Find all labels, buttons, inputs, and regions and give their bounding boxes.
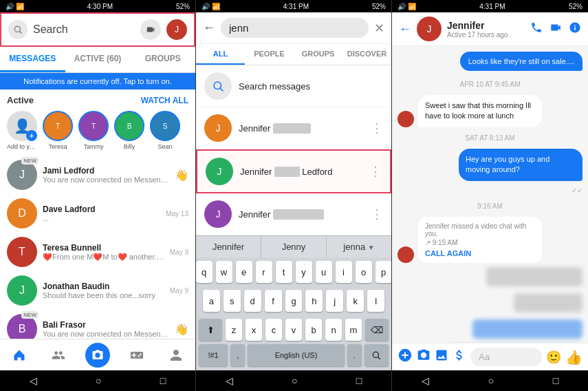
search-input-field[interactable] (221, 18, 369, 38)
search-input[interactable]: Search (33, 23, 135, 36)
back-button-chat[interactable]: ← (399, 22, 411, 36)
nav-profile[interactable] (156, 339, 195, 370)
key-q[interactable]: q (196, 261, 213, 283)
key-r[interactable]: r (256, 261, 272, 283)
video-call-icon[interactable] (140, 19, 161, 40)
list-item[interactable]: Search messages (196, 65, 391, 107)
msg-time: May 9 (170, 287, 188, 295)
list-item[interactable]: J Jennifer ████████ ⋮ (196, 193, 391, 235)
android-back-3[interactable]: ◁ (422, 375, 429, 386)
key-p[interactable]: p (375, 261, 392, 283)
result-name: Jennifer ██████ (239, 123, 364, 134)
story-teresa[interactable]: T Teresa (43, 111, 73, 150)
add-story-btn[interactable]: + (26, 130, 37, 141)
key-d[interactable]: d (244, 290, 261, 312)
add-content-button[interactable] (398, 348, 413, 366)
search-tab-discover[interactable]: DISCOVER (342, 44, 391, 65)
list-item[interactable]: J Jennifer ██████ ⋮ (196, 107, 391, 149)
comma-key[interactable]: , (230, 344, 245, 366)
gallery-button[interactable] (435, 348, 448, 366)
more-options-icon[interactable]: ⋮ (371, 207, 383, 222)
symbols-key[interactable]: !#1 (199, 344, 228, 366)
tab-messages[interactable]: MESSAGES (0, 47, 65, 72)
active-header: Active WATCH ALL (0, 89, 195, 108)
android-back-2[interactable]: ◁ (226, 375, 233, 386)
list-item[interactable]: B NEW Bali Frasor You are now connected … (0, 310, 195, 339)
nav-games[interactable] (117, 339, 156, 370)
back-button[interactable]: ← (203, 21, 215, 35)
key-n[interactable]: n (325, 319, 342, 341)
list-item[interactable]: D Dave Ladford ... May 13 (0, 194, 195, 233)
story-billy[interactable]: B Billy (114, 111, 144, 150)
more-options-icon[interactable]: ⋮ (369, 164, 382, 179)
contact-avatar[interactable]: J (417, 17, 442, 41)
notification-bar[interactable]: Notifications are currently off. Tap to … (0, 73, 195, 89)
camera-button[interactable] (417, 348, 431, 366)
key-g[interactable]: g (285, 290, 303, 312)
nav-camera[interactable] (78, 339, 118, 370)
like-button[interactable]: 👍 (565, 349, 582, 366)
key-u[interactable]: u (316, 261, 332, 283)
key-l[interactable]: l (367, 290, 384, 312)
money-button[interactable] (453, 348, 466, 366)
key-i[interactable]: i (336, 261, 352, 283)
key-y[interactable]: y (296, 261, 312, 283)
key-z[interactable]: z (226, 319, 242, 341)
key-t[interactable]: t (276, 261, 292, 283)
android-home-3[interactable]: ○ (488, 375, 494, 386)
shift-key[interactable]: ⬆ (199, 319, 222, 341)
suggestion-jenna[interactable]: jenna ▼ (327, 236, 391, 257)
keyboard-search-key[interactable] (364, 344, 389, 366)
nav-people[interactable] (39, 339, 78, 370)
story-tammy[interactable]: T Tammy (78, 111, 109, 150)
watch-all-button[interactable]: WATCH ALL (141, 96, 188, 105)
android-recents-2[interactable]: □ (356, 375, 362, 386)
space-key[interactable]: English (US) (248, 344, 345, 366)
more-options-icon[interactable]: ⋮ (371, 120, 383, 136)
period-key[interactable]: . (347, 344, 362, 366)
key-s[interactable]: s (224, 290, 241, 312)
list-item[interactable]: J NEW Jami Ledford You are now connected… (0, 156, 195, 194)
key-m[interactable]: m (345, 319, 362, 341)
info-button[interactable] (569, 21, 581, 37)
key-x[interactable]: x (246, 319, 262, 341)
suggestion-jenny[interactable]: Jenny (261, 236, 327, 257)
key-b[interactable]: b (305, 319, 322, 341)
key-f[interactable]: f (265, 290, 282, 312)
key-h[interactable]: h (305, 290, 323, 312)
list-item[interactable]: T Teresa Bunnell ❤️From one M❤️M to❤️ an… (0, 233, 195, 271)
clear-search-button[interactable]: ✕ (374, 21, 384, 36)
video-call-button[interactable] (549, 21, 562, 37)
list-item[interactable]: J Jennifer ████ Ledford ⋮ (196, 149, 391, 193)
add-story-item[interactable]: 👤 + Add to your day (7, 111, 37, 150)
call-again-button[interactable]: CALL AGAIN (425, 249, 535, 257)
list-item[interactable]: J Jonathan Baudin Should have been this … (0, 271, 195, 310)
key-c[interactable]: c (265, 319, 282, 341)
key-w[interactable]: w (216, 261, 232, 283)
user-avatar[interactable]: J (166, 19, 187, 40)
message-input[interactable]: Aa (470, 348, 542, 366)
story-sean[interactable]: S Sean (150, 111, 180, 150)
key-j[interactable]: j (326, 290, 343, 312)
emoji-button[interactable]: 🙂 (546, 350, 561, 365)
tab-groups[interactable]: GROUPS (130, 47, 195, 72)
search-tab-people[interactable]: PEOPLE (245, 44, 294, 65)
search-tab-all[interactable]: ALL (196, 44, 245, 65)
key-o[interactable]: o (356, 261, 372, 283)
backspace-key[interactable]: ⌫ (365, 319, 389, 341)
search-bar[interactable]: Search J (0, 12, 195, 47)
voice-call-button[interactable] (530, 21, 543, 37)
key-e[interactable]: e (236, 261, 252, 283)
nav-home[interactable] (0, 339, 39, 370)
android-recents-3[interactable]: □ (553, 375, 558, 386)
android-recents[interactable]: □ (160, 375, 166, 386)
search-tab-groups[interactable]: GROUPS (294, 44, 342, 65)
key-v[interactable]: v (285, 319, 302, 341)
key-k[interactable]: k (347, 290, 364, 312)
android-home-2[interactable]: ○ (292, 375, 297, 386)
suggestion-jennifer[interactable]: Jennifer (196, 236, 261, 257)
android-home[interactable]: ○ (96, 375, 101, 386)
android-back[interactable]: ◁ (30, 375, 37, 386)
tab-active[interactable]: ACTIVE (60) (65, 47, 131, 72)
key-a[interactable]: a (203, 290, 220, 312)
